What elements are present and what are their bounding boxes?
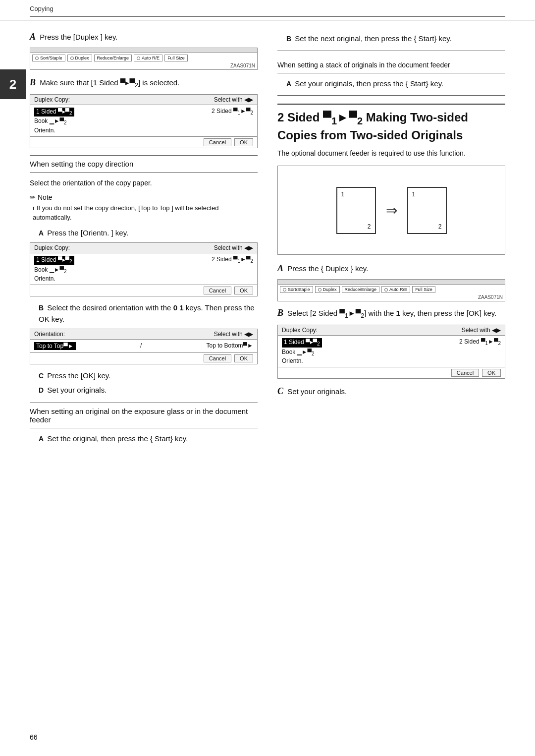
diagram-box: 1 2 ⇒ 1 2 xyxy=(277,166,505,255)
dialog-1-row1-right: 2 Sided ▀1►▀2 xyxy=(212,108,253,116)
step-a: A Press the [Duplex ] key. xyxy=(30,30,258,44)
section-number-tab: 2 xyxy=(0,69,26,99)
step-a-right-letter: A xyxy=(277,263,283,273)
sort-staple-btn-2[interactable]: Sort/Staple xyxy=(280,286,313,293)
dialog-2-footer: Cancel OK xyxy=(30,285,257,296)
step-a-right: A Press the { Duplex } key. xyxy=(277,262,505,275)
duplex-btn[interactable]: Duplex xyxy=(67,55,92,61)
sort-staple-label: Sort/Staple xyxy=(40,56,62,60)
dialog-1-row3-left: Orientn. xyxy=(34,127,55,134)
diagram-doc2: 1 2 xyxy=(407,187,447,234)
doc2-shape: 1 2 xyxy=(407,187,447,234)
step-a-text: Press the [Duplex ] key. xyxy=(40,33,117,41)
step-b-text: Make sure that [1 Sided ▀▸▀2] is selecte… xyxy=(40,78,179,87)
dialog-2-header: Duplex Copy: Select with ◀▶ xyxy=(30,243,257,253)
zaas-code-2: ZAAS071N xyxy=(278,294,505,301)
dialog-3-cancel[interactable]: Cancel xyxy=(204,354,231,362)
doc2-num2: 2 xyxy=(438,223,442,230)
dialog-1-cancel[interactable]: Cancel xyxy=(204,138,231,146)
dialog-4-row1: 1 Sided ▀▸▀2 2 Sided ▀1►▀2 xyxy=(282,338,501,348)
note-text: r If you do not set the copy direction, … xyxy=(33,203,258,223)
dialog-1-row1: 1 Sided ▀▸▀2 2 Sided ▀1►▀2 xyxy=(34,107,253,117)
page-number: 66 xyxy=(30,733,38,741)
dialog-4-header: Duplex Copy: Select with ◀▶ xyxy=(278,325,505,336)
doc1-shape: 1 2 xyxy=(336,187,376,234)
full-size-btn-2[interactable]: Full Size xyxy=(412,286,435,293)
circle-icon-4 xyxy=(283,288,286,291)
full-size-btn[interactable]: Full Size xyxy=(164,55,188,61)
content-columns: A Press the [Duplex ] key. Sort/Staple D… xyxy=(0,20,535,467)
dialog-4-row1-right: 2 Sided ▀1►▀2 xyxy=(459,338,501,347)
substep-b: B Select the desired orientation with th… xyxy=(39,302,258,325)
substep-b-letter: B xyxy=(39,304,44,312)
dialog-2: Duplex Copy: Select with ◀▶ 1 Sided ▀▸▀2… xyxy=(30,242,258,296)
arrow-icon: ⇒ xyxy=(386,202,397,219)
doc2-num1: 1 xyxy=(412,191,416,198)
body-optional: The optional document feeder is required… xyxy=(277,148,505,159)
auto-re-btn[interactable]: Auto R/E xyxy=(134,55,162,61)
step-a-letter: A xyxy=(30,32,36,42)
dialog-4-row3-left: Orientn. xyxy=(282,357,303,364)
auto-re-label: Auto R/E xyxy=(142,56,160,60)
dialog-2-row3-left: Orientn. xyxy=(34,275,55,282)
duplex-btn-2[interactable]: Duplex xyxy=(315,286,340,293)
dialog-4-cancel[interactable]: Cancel xyxy=(451,369,479,377)
substep-b-text: Select the desired orientation with the … xyxy=(39,303,255,323)
sort-staple-btn[interactable]: Sort/Staple xyxy=(32,55,65,61)
auto-re-btn-2[interactable]: Auto R/E xyxy=(381,286,410,293)
step-b-letter: B xyxy=(30,77,36,87)
dialog-4: Duplex Copy: Select with ◀▶ 1 Sided ▀▸▀2… xyxy=(277,325,505,379)
step-c-right: C Set your originals. xyxy=(277,385,505,398)
reduce-enlarge-label: Reduce/Enlarge xyxy=(97,56,129,60)
dialog-1: Duplex Copy: Select with ◀▶ 1 Sided ▀▸▀2… xyxy=(30,94,258,148)
body-copy-paper: Select the orientation of the copy paper… xyxy=(30,177,258,188)
dialog-1-row3: Orientn. xyxy=(34,126,253,134)
dialog-4-row2: Book ▁►▀2 xyxy=(282,348,501,357)
dialog-4-footer: Cancel OK xyxy=(278,367,505,378)
dialog-4-body: 1 Sided ▀▸▀2 2 Sided ▀1►▀2 Book ▁►▀2 Ori… xyxy=(278,336,505,367)
substep-b-right: B Set the next original, then press the … xyxy=(286,33,505,45)
substep-c-text: Press the [OK] key. xyxy=(47,371,110,380)
dialog-4-ok[interactable]: OK xyxy=(482,369,501,377)
dialog-2-row3: Orientn. xyxy=(34,275,253,283)
section-2-heading: 2 Sided ▀1►▀2 Making Two-sided Copies fr… xyxy=(277,104,505,143)
reduce-enlarge-btn[interactable]: Reduce/Enlarge xyxy=(94,55,132,61)
dialog-2-cancel[interactable]: Cancel xyxy=(204,287,231,294)
dialog-2-row1-left: 1 Sided ▀▸▀2 xyxy=(34,256,74,265)
dialog-3-ok[interactable]: OK xyxy=(234,354,253,362)
circle-icon-6 xyxy=(384,288,388,291)
step-a-right-text: Press the { Duplex } key. xyxy=(287,264,368,273)
dialog-2-ok[interactable]: OK xyxy=(234,287,253,294)
dialog-2-row1-right: 2 Sided ▀1►▀2 xyxy=(212,256,253,265)
dialog-3-orientation: Orientation: Select with ◀▶ Top to Top▀►… xyxy=(30,329,258,364)
dialog-2-header-right: Select with ◀▶ xyxy=(214,244,253,251)
dialog-1-ok[interactable]: OK xyxy=(234,138,253,146)
substep-c: C Press the [OK] key. xyxy=(39,370,258,382)
ui-bar-2: Sort/Staple Duplex Reduce/Enlarge Auto R… xyxy=(277,279,505,301)
dialog-3-body: Top to Top▀► / Top to Bottom▀► xyxy=(30,340,257,352)
page-wrapper: Copying 2 A Press the [Duplex ] key. Sor… xyxy=(0,0,535,756)
dialog-3-divider: / xyxy=(139,342,144,350)
note-word: Note xyxy=(38,193,53,201)
step-b: B Make sure that [1 Sided ▀▸▀2] is selec… xyxy=(30,76,258,90)
substep-a2-text: Set the original, then press the { Start… xyxy=(47,434,188,443)
note-label: ✏ Note xyxy=(30,193,258,201)
pencil-icon: ✏ xyxy=(30,193,36,201)
dialog-2-row2: Book ▁►▀2 xyxy=(34,266,253,275)
circle-icon-3 xyxy=(137,57,140,60)
reduce-enlarge-label-2: Reduce/Enlarge xyxy=(345,287,377,292)
subsection-copy-direction: When setting the copy direction xyxy=(30,155,258,173)
substep-a2: A Set the original, then press the { Sta… xyxy=(39,433,258,445)
dialog-1-row2-left: Book ▁►▀2 xyxy=(34,117,67,125)
reduce-enlarge-btn-2[interactable]: Reduce/Enlarge xyxy=(342,286,380,293)
substep-a-letter: A xyxy=(39,229,44,237)
dialog-3-footer: Cancel OK xyxy=(30,352,257,364)
dialog-1-header-right: Select with ◀▶ xyxy=(214,96,253,103)
dialog-4-row1-left: 1 Sided ▀▸▀2 xyxy=(282,338,322,347)
substep-c-letter: C xyxy=(39,372,44,380)
dialog-1-header: Duplex Copy: Select with ◀▶ xyxy=(30,95,257,105)
step-c-right-text: Set your originals. xyxy=(287,387,347,396)
dialog-2-row1: 1 Sided ▀▸▀2 2 Sided ▀1►▀2 xyxy=(34,255,253,265)
duplex-label-2: Duplex xyxy=(323,287,337,292)
dialog-3-row1: Top to Top▀► / Top to Bottom▀► xyxy=(34,342,253,350)
